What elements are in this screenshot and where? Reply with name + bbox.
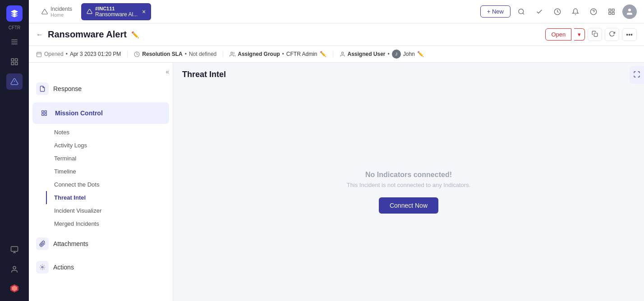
- svg-rect-6: [15, 63, 18, 65]
- svg-point-29: [231, 52, 233, 54]
- user-value: John: [403, 51, 415, 57]
- tab-incidents-home[interactable]: Incidents Home: [36, 3, 78, 20]
- user-edit-icon[interactable]: ✏️: [417, 51, 424, 57]
- submenu-timeline[interactable]: Timeline: [47, 165, 173, 178]
- sla-icon: [134, 51, 140, 57]
- meta-opened: Opened • Apr 3 2023 01:20 PM: [36, 51, 128, 57]
- title-edit-icon[interactable]: ✏️: [131, 31, 139, 38]
- svg-point-22: [628, 9, 631, 11]
- opened-label: Opened: [44, 51, 64, 57]
- svg-rect-18: [609, 9, 611, 11]
- threat-intel-content: No Indicators connected! This Incident i…: [173, 83, 644, 301]
- sidebar-screen-icon[interactable]: [6, 242, 23, 258]
- main-panel: Threat Intel No Indicators connected! Th…: [173, 63, 644, 301]
- status-dropdown-button[interactable]: ▾: [574, 28, 585, 41]
- tab-incidents-label: Incidents: [51, 6, 72, 12]
- svg-line-14: [523, 13, 524, 14]
- loader-icon[interactable]: [550, 5, 565, 19]
- svg-rect-31: [42, 111, 44, 113]
- attachments-header[interactable]: Attachments: [29, 234, 173, 254]
- empty-state: No Indicators connected! This Incident i…: [347, 171, 471, 214]
- svg-rect-5: [11, 63, 14, 65]
- mission-control-header[interactable]: Mission Control: [32, 102, 169, 124]
- svg-rect-23: [594, 33, 598, 36]
- svg-rect-34: [45, 114, 46, 115]
- app-logo: [6, 5, 23, 22]
- svg-rect-3: [11, 59, 14, 61]
- svg-point-35: [41, 266, 43, 268]
- response-label: Response: [53, 85, 82, 92]
- svg-point-30: [341, 52, 343, 54]
- response-section: Response: [29, 79, 173, 99]
- more-options-button[interactable]: •••: [622, 28, 637, 41]
- no-indicators-subtitle: This Incident is not connected to any In…: [347, 182, 471, 188]
- group-edit-icon[interactable]: ✏️: [320, 51, 327, 57]
- attachments-section: Attachments: [29, 234, 173, 254]
- submenu-threat-intel[interactable]: Threat Intel: [46, 191, 173, 204]
- mission-control-submenu: Notes Activity Logs Terminal Timeline Co…: [29, 126, 173, 230]
- mission-control-icon: [38, 107, 51, 119]
- collapse-panel-button[interactable]: «: [166, 68, 169, 75]
- tab-inc-id: #INC111: [95, 6, 138, 11]
- sidebar-user-icon[interactable]: [6, 261, 23, 278]
- user-avatar[interactable]: [622, 5, 637, 19]
- actions-header[interactable]: Actions: [29, 257, 173, 277]
- tab-inc111[interactable]: #INC111 Ransomware Al... ×: [81, 3, 151, 20]
- response-header[interactable]: Response: [29, 79, 173, 99]
- submenu-terminal[interactable]: Terminal: [47, 152, 173, 165]
- submenu-merged-incidents[interactable]: Merged Incidents: [47, 217, 173, 230]
- user-label: Assigned User: [348, 51, 386, 57]
- threat-intel-header: Threat Intel: [173, 63, 644, 83]
- svg-rect-4: [15, 59, 18, 61]
- meta-user: Assigned User • J John ✏️: [333, 50, 430, 59]
- tab-inc-label: Ransomware Al...: [95, 11, 138, 18]
- right-panel-toggle-button[interactable]: [630, 66, 644, 84]
- sidebar-menu-icon[interactable]: [6, 34, 23, 50]
- meta-resolution: Resolution SLA • Not defined: [128, 51, 223, 57]
- no-indicators-title: No Indicators connected!: [347, 171, 471, 179]
- mission-control-section: Mission Control Notes Activity Logs Term…: [29, 102, 173, 230]
- svg-rect-19: [612, 9, 614, 11]
- cyware-logo: [7, 281, 22, 296]
- meta-group: Assigned Group • CFTR Admin ✏️: [223, 51, 333, 57]
- calendar-icon: [36, 51, 42, 57]
- connect-now-button[interactable]: Connect Now: [379, 197, 438, 214]
- page-header: ← Ransomware Alert ✏️ Open ▾ •••: [29, 23, 644, 46]
- new-button[interactable]: + New: [480, 5, 511, 18]
- actions-section: Actions: [29, 257, 173, 277]
- back-button[interactable]: ←: [36, 31, 43, 39]
- status-open-button[interactable]: Open: [545, 28, 571, 41]
- response-icon: [36, 82, 49, 95]
- grid-icon[interactable]: [604, 5, 619, 19]
- refresh-button[interactable]: [605, 28, 619, 41]
- submenu-incident-visualizer[interactable]: Incident Visualizer: [47, 204, 173, 217]
- assigned-user-avatar: J: [392, 50, 401, 59]
- question-icon[interactable]: [586, 5, 601, 19]
- mission-control-label: Mission Control: [55, 109, 103, 117]
- svg-rect-33: [42, 114, 44, 115]
- submenu-connect-dots[interactable]: Connect the Dots: [47, 178, 173, 191]
- actions-icon: [36, 261, 49, 274]
- top-bar: Incidents Home #INC111 Ransomware Al... …: [29, 0, 644, 23]
- sidebar-dashboard-icon[interactable]: [6, 54, 23, 70]
- submenu-activity-logs[interactable]: Activity Logs: [47, 139, 173, 152]
- left-panel: « Response: [29, 63, 173, 301]
- left-sidebar: CFTR: [0, 0, 29, 301]
- page-title: Ransomware Alert: [48, 29, 127, 40]
- tab-close-button[interactable]: ×: [142, 8, 146, 15]
- user-icon: [340, 51, 345, 57]
- group-icon: [230, 51, 235, 57]
- attachments-icon: [36, 237, 49, 250]
- bell-icon[interactable]: [568, 5, 583, 19]
- search-icon[interactable]: [514, 5, 529, 19]
- submenu-notes[interactable]: Notes: [47, 126, 173, 139]
- copy-button[interactable]: [588, 28, 602, 41]
- resolution-value: Not defined: [189, 51, 216, 57]
- meta-bar: Opened • Apr 3 2023 01:20 PM Resolution …: [29, 46, 644, 63]
- tab-home-sub: Home: [51, 12, 72, 18]
- svg-point-12: [13, 266, 16, 269]
- app-name: CFTR: [9, 25, 21, 30]
- checkmark-icon[interactable]: [532, 5, 547, 19]
- svg-rect-20: [609, 12, 611, 14]
- sidebar-incident-icon[interactable]: [6, 73, 23, 90]
